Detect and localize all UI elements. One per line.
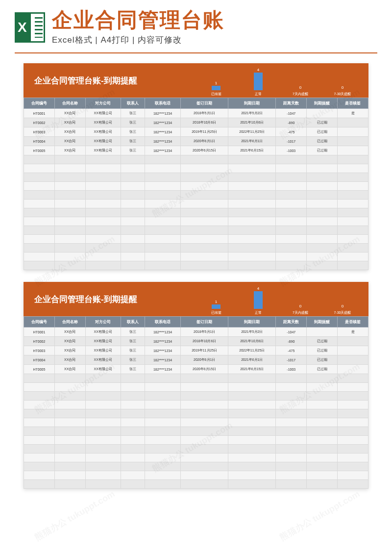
table-cell: 2021年5月2日: [228, 327, 276, 337]
chart-bar: 07-30天提醒: [321, 85, 364, 98]
table-cell: -1003: [276, 146, 307, 155]
table-cell: 张三: [121, 109, 145, 118]
table-cell: HT0004: [24, 137, 55, 146]
watermark: 熊猫办公 tukuppt.com: [32, 488, 117, 543]
table-cell: 已过期: [307, 355, 338, 365]
table-cell: HT0003: [24, 127, 55, 137]
table-cell: 2020年6月15日: [181, 146, 228, 155]
table-cell: XX有限公司: [85, 109, 121, 118]
table-cell: 已过期: [307, 146, 338, 155]
table-row-empty: [24, 462, 368, 471]
table-row-empty: [24, 191, 368, 200]
table-cell: 2020年6月1日: [181, 137, 228, 146]
table-cell: 2021年10月6日: [228, 118, 276, 127]
table-cell: [338, 346, 368, 355]
table-cell: 182****1234: [145, 346, 180, 355]
table-cell: -1003: [276, 365, 307, 374]
column-header: 联系人: [121, 317, 145, 327]
table-cell: 2022年11月25日: [228, 127, 276, 137]
table-cell: [338, 118, 368, 127]
table-row-empty: [24, 427, 368, 436]
table-cell: 张三: [121, 365, 145, 374]
table-cell: HT0002: [24, 118, 55, 127]
table-row-empty: [24, 208, 368, 217]
summary-chart: 1已续签4正常07天内提醒07-30天提醒: [190, 282, 368, 316]
table-cell: 2019年11月25日: [181, 127, 228, 137]
table-cell: [338, 365, 368, 374]
sheet-title: 企业合同管理台账-到期提醒: [24, 63, 190, 98]
table-cell: 是: [338, 109, 368, 118]
table-cell: XX有限公司: [85, 146, 121, 155]
table-cell: 2022年11月25日: [228, 346, 276, 355]
table-row: HT0001XX合同XX有限公司张三182****12342018年5月1日20…: [24, 327, 368, 337]
table-cell: 张三: [121, 355, 145, 365]
table-row-empty: [24, 182, 368, 191]
table-cell: 2018年10月6日: [181, 337, 228, 346]
chart-bar: 07天内提醒: [279, 304, 321, 316]
table-cell: HT0005: [24, 146, 55, 155]
table-cell: XX有限公司: [85, 346, 121, 355]
table-row-empty: [24, 226, 368, 235]
table-row: HT0004XX合同XX有限公司张三182****12342020年6月1日20…: [24, 355, 368, 365]
column-header: 合同编号: [24, 317, 55, 327]
table-cell: 182****1234: [145, 146, 180, 155]
table-row: HT0003XX合同XX有限公司张三182****12342019年11月25日…: [24, 127, 368, 137]
table-row-empty: [24, 244, 368, 252]
table-cell: 已过期: [307, 137, 338, 146]
column-header: 联系人: [121, 98, 145, 109]
table-cell: 已过期: [307, 118, 338, 127]
table-cell: 2020年6月15日: [181, 365, 228, 374]
table-row-empty: [24, 471, 368, 480]
table-row-empty: [24, 401, 368, 409]
table-cell: HT0005: [24, 365, 55, 374]
title-block: 企业合同管理台账 Excel格式 | A4打印 | 内容可修改: [52, 9, 377, 46]
table-cell: 是: [338, 327, 368, 337]
table-row-empty: [24, 155, 368, 164]
column-header: 对方公司: [85, 98, 121, 109]
table-cell: [338, 337, 368, 346]
table-row-empty: [24, 445, 368, 453]
table-cell: 2019年11月25日: [181, 346, 228, 355]
table-cell: XX有限公司: [85, 137, 121, 146]
table-row: HT0003XX合同XX有限公司张三182****12342019年11月25日…: [24, 346, 368, 355]
table-cell: 张三: [121, 327, 145, 337]
table-row-empty: [24, 173, 368, 182]
table-cell: 2018年5月1日: [181, 327, 228, 337]
column-header: 到期提醒: [307, 317, 338, 327]
table-cell: XX合同: [54, 146, 85, 155]
table-row: HT0005XX合同XX有限公司张三182****12342020年6月15日2…: [24, 365, 368, 374]
table-row-empty: [24, 261, 368, 270]
table-cell: XX有限公司: [85, 365, 121, 374]
table-cell: 2021年6月15日: [228, 365, 276, 374]
table-cell: 182****1234: [145, 109, 180, 118]
column-header: 签订日期: [181, 98, 228, 109]
table-cell: -475: [276, 127, 307, 137]
column-header: 是否续签: [338, 98, 368, 109]
table-row: HT0001XX合同XX有限公司张三182****12342018年5月1日20…: [24, 109, 368, 118]
table-cell: 2021年6月1日: [228, 355, 276, 365]
table-cell: XX有限公司: [85, 337, 121, 346]
page-subtitle: Excel格式 | A4打印 | 内容可修改: [52, 34, 377, 46]
table-cell: 2020年6月1日: [181, 355, 228, 365]
contract-table: 合同编号合同名称对方公司联系人联系电话签订日期到期日期距离天数到期提醒是否续签H…: [24, 98, 368, 270]
table-cell: -1017: [276, 355, 307, 365]
chart-bar: 4正常: [237, 68, 279, 98]
table-cell: HT0001: [24, 327, 55, 337]
table-row: HT0002XX合同XX有限公司张三182****12342018年10月6日2…: [24, 118, 368, 127]
table-cell: 2021年6月1日: [228, 137, 276, 146]
table-row: HT0004XX合同XX有限公司张三182****12342020年6月1日20…: [24, 137, 368, 146]
table-row-empty: [24, 480, 368, 489]
table-cell: [338, 127, 368, 137]
table-cell: 2018年10月6日: [181, 118, 228, 127]
chart-bar: 4正常: [237, 286, 279, 316]
spreadsheet-preview-1: 企业合同管理台账-到期提醒1已续签4正常07天内提醒07-30天提醒合同编号合同…: [24, 63, 368, 270]
table-cell: 182****1234: [145, 137, 180, 146]
table-row-empty: [24, 453, 368, 462]
table-cell: 张三: [121, 337, 145, 346]
table-row: HT0005XX合同XX有限公司张三182****12342020年6月15日2…: [24, 146, 368, 155]
column-header: 距离天数: [276, 98, 307, 109]
table-cell: XX合同: [54, 118, 85, 127]
table-cell: XX合同: [54, 365, 85, 374]
table-cell: 张三: [121, 146, 145, 155]
table-cell: HT0002: [24, 337, 55, 346]
